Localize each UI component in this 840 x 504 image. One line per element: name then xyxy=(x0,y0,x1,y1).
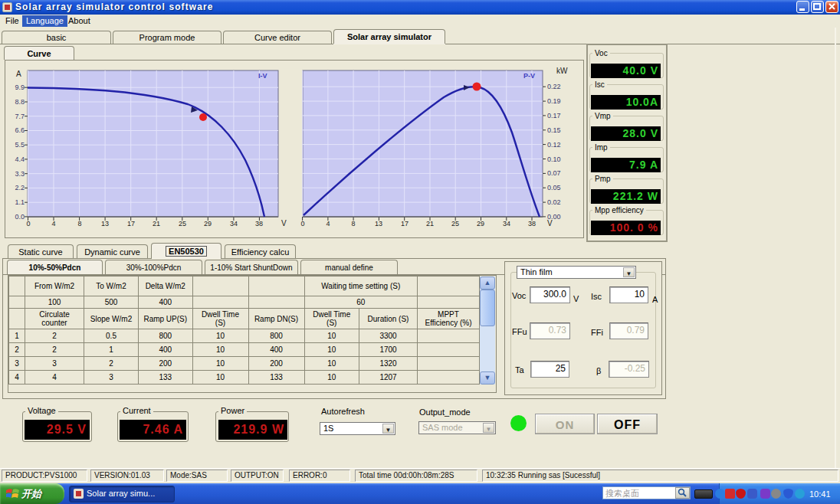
svg-text:34: 34 xyxy=(230,220,238,227)
svg-text:4.4: 4.4 xyxy=(15,155,25,163)
svg-text:0.17: 0.17 xyxy=(547,112,561,119)
svg-text:9.9: 9.9 xyxy=(15,83,25,91)
svg-text:0.05: 0.05 xyxy=(547,184,561,191)
svg-text:6.6: 6.6 xyxy=(15,126,25,134)
svg-text:A: A xyxy=(16,70,21,78)
svg-text:0.02: 0.02 xyxy=(547,198,561,206)
svg-text:38: 38 xyxy=(255,220,263,227)
svg-text:4: 4 xyxy=(51,220,55,227)
svg-text:13: 13 xyxy=(101,220,109,227)
svg-text:V: V xyxy=(547,219,553,227)
svg-text:0.0: 0.0 xyxy=(15,213,25,221)
svg-text:0.12: 0.12 xyxy=(547,141,561,149)
svg-text:4: 4 xyxy=(326,220,330,227)
svg-text:29: 29 xyxy=(477,220,484,227)
svg-text:25: 25 xyxy=(451,220,459,227)
svg-text:21: 21 xyxy=(426,220,434,227)
svg-text:3.3: 3.3 xyxy=(15,170,25,178)
svg-text:17: 17 xyxy=(401,220,409,227)
svg-text:8: 8 xyxy=(77,220,81,227)
svg-text:21: 21 xyxy=(153,220,160,227)
svg-text:I-V: I-V xyxy=(258,72,267,80)
svg-text:5.5: 5.5 xyxy=(15,141,25,149)
svg-text:25: 25 xyxy=(179,220,186,227)
svg-text:8: 8 xyxy=(351,220,355,227)
svg-text:P-V: P-V xyxy=(523,72,535,80)
svg-text:17: 17 xyxy=(127,220,135,227)
svg-text:29: 29 xyxy=(204,220,212,227)
svg-text:8.8: 8.8 xyxy=(15,98,25,106)
svg-text:0.07: 0.07 xyxy=(547,169,561,177)
svg-text:0.19: 0.19 xyxy=(547,97,561,105)
svg-text:0: 0 xyxy=(26,220,30,227)
svg-text:1.1: 1.1 xyxy=(15,198,25,206)
svg-text:34: 34 xyxy=(503,220,510,227)
svg-text:2.2: 2.2 xyxy=(15,184,25,191)
svg-text:13: 13 xyxy=(375,220,382,227)
svg-text:0: 0 xyxy=(300,220,304,227)
svg-text:7.7: 7.7 xyxy=(15,113,25,120)
svg-text:38: 38 xyxy=(528,220,536,227)
svg-text:V: V xyxy=(281,219,287,227)
svg-text:0.22: 0.22 xyxy=(547,83,561,90)
svg-text:kW: kW xyxy=(556,67,568,75)
svg-text:0.10: 0.10 xyxy=(547,155,561,163)
svg-text:0.15: 0.15 xyxy=(547,126,561,134)
